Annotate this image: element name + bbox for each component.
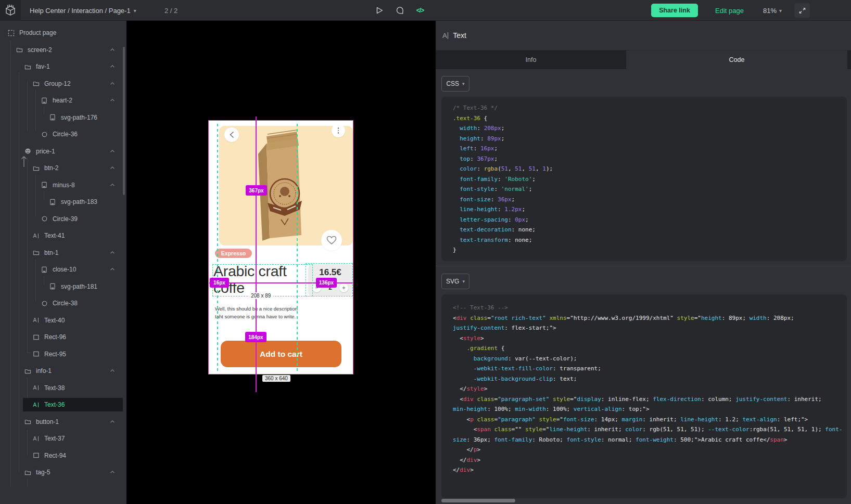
fullscreen-button[interactable] (794, 3, 810, 18)
layer-row-rect-94[interactable]: Rect-94 (0, 449, 123, 462)
collapse-chevron-icon[interactable] (109, 148, 116, 156)
layer-row-screen-2[interactable]: screen-2 (0, 43, 123, 57)
share-link-button[interactable]: Share link (651, 4, 698, 17)
layer-label: Text-38 (44, 384, 65, 392)
tab-info[interactable]: Info (436, 50, 626, 69)
svg-file-icon (49, 198, 56, 205)
css-code-line-9: font-style: 'normal'; (453, 184, 847, 195)
layer-row-button-1[interactable]: button-1 (0, 415, 123, 429)
layer-row-svg-path-183[interactable]: svg-path-183 (0, 195, 123, 209)
collapse-chevron-icon[interactable] (109, 81, 116, 88)
sidebar-scrollbar[interactable] (123, 47, 125, 195)
layer-row-heart-2[interactable]: heart-2 (0, 94, 123, 107)
tab-code[interactable]: Code (626, 50, 847, 69)
layer-row-btn-1[interactable]: btn-1 (0, 246, 123, 260)
layer-row-circle-36[interactable]: Circle-36 (0, 127, 123, 141)
favorite-button[interactable] (321, 230, 342, 251)
layer-row-text-40[interactable]: AText-40 (0, 314, 123, 327)
layer-row-minus-8[interactable]: minus-8 (0, 178, 123, 192)
rect-icon (32, 452, 40, 459)
layer-row-tag-5[interactable]: tag-5 (0, 466, 123, 479)
svg-code-line-14: size: 36px; font-family: Roboto; font-st… (453, 435, 847, 445)
collapse-chevron-icon[interactable] (109, 368, 116, 375)
layer-label: Circle-36 (53, 131, 78, 138)
back-button[interactable] (224, 127, 239, 142)
panel-divider (436, 266, 851, 266)
svg-code-line-10: <div class="paragraph-set" style="displa… (453, 394, 847, 405)
breadcrumb[interactable]: Help Center / Interaction / Page-1 ▾ (30, 0, 136, 21)
comment-button[interactable] (393, 0, 407, 21)
css-code-line-8: font-family: 'Roboto'; (453, 174, 847, 185)
collapse-chevron-icon[interactable] (109, 63, 116, 71)
collapse-chevron-icon[interactable] (109, 47, 116, 54)
more-options-button[interactable] (332, 124, 345, 137)
layer-row-rect-95[interactable]: Rect-95 (0, 347, 123, 361)
zoom-dropdown[interactable]: 81% ▾ (763, 0, 782, 21)
folder-icon (24, 469, 31, 476)
svg-code-block[interactable]: <!-- Text-36 --><div class="root rich-te… (441, 294, 847, 498)
layer-label: Rect-96 (44, 333, 66, 341)
layer-row-rect-96[interactable]: Rect-96 (0, 330, 123, 344)
layer-row-text-36[interactable]: AText-36 (0, 398, 123, 411)
collapse-chevron-icon[interactable] (109, 97, 116, 105)
css-language-dropdown[interactable]: CSS ▾ (441, 76, 469, 92)
css-code-line-12: letter-spacing: 0px; (453, 215, 847, 225)
collapse-chevron-icon[interactable] (109, 419, 116, 426)
layer-row-group-12[interactable]: Group-12 (0, 77, 123, 91)
layer-row-info-1[interactable]: info-1 (0, 364, 123, 378)
add-to-cart-button[interactable]: Add to cart (221, 341, 341, 367)
code-scrollbar[interactable] (441, 499, 515, 502)
layer-row-btn-2[interactable]: btn-2 (0, 161, 123, 175)
layer-row-text-41[interactable]: AText-41 (0, 229, 123, 242)
layer-label: fav-1 (36, 63, 50, 70)
svg-text:A: A (33, 317, 36, 323)
folder-icon (32, 249, 40, 256)
svg-file-icon (49, 114, 56, 121)
layer-row-svg-path-176[interactable]: svg-path-176 (0, 111, 123, 124)
svg-language-dropdown[interactable]: SVG ▾ (441, 274, 469, 289)
layer-row-price-1[interactable]: price-1 (0, 145, 123, 158)
collapse-chevron-icon[interactable] (109, 266, 116, 274)
play-button[interactable] (373, 0, 386, 21)
layer-label: Rect-95 (44, 351, 66, 358)
layer-label: Rect-94 (44, 452, 66, 459)
svg-file-icon (49, 283, 56, 290)
layer-label: Circle-38 (53, 300, 78, 307)
svg-code-line-16: </div> (453, 455, 847, 466)
circle-icon (41, 215, 48, 223)
inspector-header: A Text (436, 21, 851, 50)
layer-row-circle-38[interactable]: Circle-38 (0, 296, 123, 310)
heart-icon (326, 236, 337, 245)
folder-icon (24, 367, 31, 374)
code-mode-button[interactable]: </> (413, 0, 427, 21)
layer-row-svg-path-181[interactable]: svg-path-181 (0, 280, 123, 293)
css-code-line-7: color: rgba(51, 51, 51, 1); (453, 164, 847, 174)
chevron-down-icon: ▾ (462, 279, 465, 284)
css-code-block[interactable]: /* Text-36 */.text-36 { width: 208px; he… (441, 97, 847, 261)
collapse-chevron-icon[interactable] (109, 469, 116, 476)
collapse-chevron-icon[interactable] (109, 250, 116, 257)
layer-row-text-38[interactable]: AText-38 (0, 381, 123, 395)
circle-icon (41, 131, 48, 138)
folder-icon (16, 46, 23, 54)
folder-icon (32, 164, 40, 172)
layer-row-close-10[interactable]: close-10 (0, 263, 123, 276)
edit-page-link[interactable]: Edit page (715, 0, 744, 21)
layer-label: button-1 (36, 418, 59, 425)
layer-row-product page[interactable]: Product page (0, 26, 123, 40)
pencil-cup-icon (5, 4, 16, 17)
collapse-chevron-icon[interactable] (109, 165, 116, 172)
app-logo[interactable] (0, 0, 21, 21)
layer-row-circle-39[interactable]: Circle-39 (0, 212, 123, 226)
breadcrumb-text: Help Center / Interaction / Page-1 (30, 7, 131, 15)
css-code-line-5: left: 16px; (453, 144, 847, 154)
folder-icon (24, 63, 31, 70)
layer-row-text-37[interactable]: AText-37 (0, 432, 123, 445)
css-code-line-6: top: 367px; (453, 154, 847, 164)
text-icon: A (32, 401, 40, 408)
layer-row-fav-1[interactable]: fav-1 (0, 60, 123, 73)
layer-label: Group-12 (44, 80, 71, 87)
measure-chip-left: 16px (210, 278, 229, 288)
css-code-line-14: text-transform: none; (453, 235, 847, 245)
collapse-chevron-icon[interactable] (109, 182, 116, 189)
